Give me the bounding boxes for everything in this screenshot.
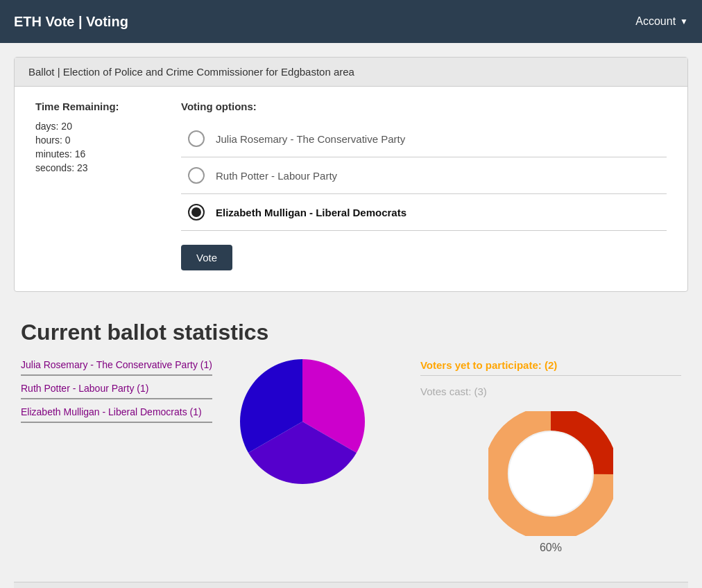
main-content: Ballot | Election of Police and Crime Co… — [0, 43, 702, 588]
legend-item-1[interactable]: Julia Rosemary - The Conservative Party … — [21, 359, 212, 376]
seconds-row: seconds: 23 — [35, 162, 160, 173]
pie-chart-area — [240, 359, 365, 484]
radio-inner-selected — [191, 207, 201, 217]
app-title: ETH Vote | Voting — [14, 14, 128, 30]
vote-button[interactable]: Vote — [181, 245, 232, 270]
time-section: Time Remaining: days: 20 hours: 0 minute… — [35, 101, 160, 270]
stats-body: Julia Rosemary - The Conservative Party … — [21, 359, 681, 554]
option-label-1: Julia Rosemary - The Conservative Party — [216, 133, 405, 145]
hours-row: hours: 0 — [35, 135, 160, 146]
voting-option-3[interactable]: Elizabeth Mulligan - Liberal Democrats — [181, 194, 667, 231]
voting-section: Voting options: Julia Rosemary - The Con… — [181, 101, 667, 270]
donut-inner — [509, 432, 592, 515]
radio-button-2[interactable] — [188, 167, 205, 184]
minutes-row: minutes: 16 — [35, 148, 160, 159]
radio-button-3[interactable] — [188, 204, 205, 220]
statistics-section: Current ballot statistics Julia Rosemary… — [14, 313, 688, 575]
chevron-down-icon: ▼ — [680, 17, 688, 26]
donut-chart — [488, 411, 613, 536]
voting-option-2[interactable]: Ruth Potter - Labour Party — [181, 157, 667, 194]
stats-legend: Julia Rosemary - The Conservative Party … — [21, 359, 212, 430]
ballot-header: Ballot | Election of Police and Crime Co… — [15, 58, 687, 87]
stats-right: Voters yet to participate: (2) Votes cas… — [393, 359, 681, 554]
ballot-card: Ballot | Election of Police and Crime Co… — [14, 57, 688, 292]
time-remaining-label: Time Remaining: — [35, 101, 160, 112]
legend-item-2[interactable]: Ruth Potter - Labour Party (1) — [21, 383, 212, 399]
account-label: Account — [635, 15, 676, 28]
voting-options-label: Voting options: — [181, 101, 667, 112]
radio-button-1[interactable] — [188, 130, 205, 147]
voting-option-1[interactable]: Julia Rosemary - The Conservative Party — [181, 121, 667, 157]
stats-title: Current ballot statistics — [21, 320, 681, 345]
navbar: ETH Vote | Voting Account ▼ — [0, 0, 702, 43]
raw-data-bar: Show raw data: Collapsible — [14, 582, 688, 588]
donut-percent-label: 60% — [540, 542, 562, 554]
ballot-body: Time Remaining: days: 20 hours: 0 minute… — [15, 87, 687, 291]
option-label-2: Ruth Potter - Labour Party — [216, 170, 337, 182]
days-row: days: 20 — [35, 121, 160, 132]
legend-item-3[interactable]: Elizabeth Mulligan - Liberal Democrats (… — [21, 406, 212, 423]
votes-cast-label: Votes cast: (3) — [420, 381, 681, 397]
donut-chart-area: 60% — [420, 411, 681, 554]
pie-chart — [240, 359, 365, 484]
voters-yet-label: Voters yet to participate: (2) — [420, 359, 681, 376]
option-label-3: Elizabeth Mulligan - Liberal Democrats — [216, 207, 406, 218]
account-menu[interactable]: Account ▼ — [635, 15, 688, 28]
